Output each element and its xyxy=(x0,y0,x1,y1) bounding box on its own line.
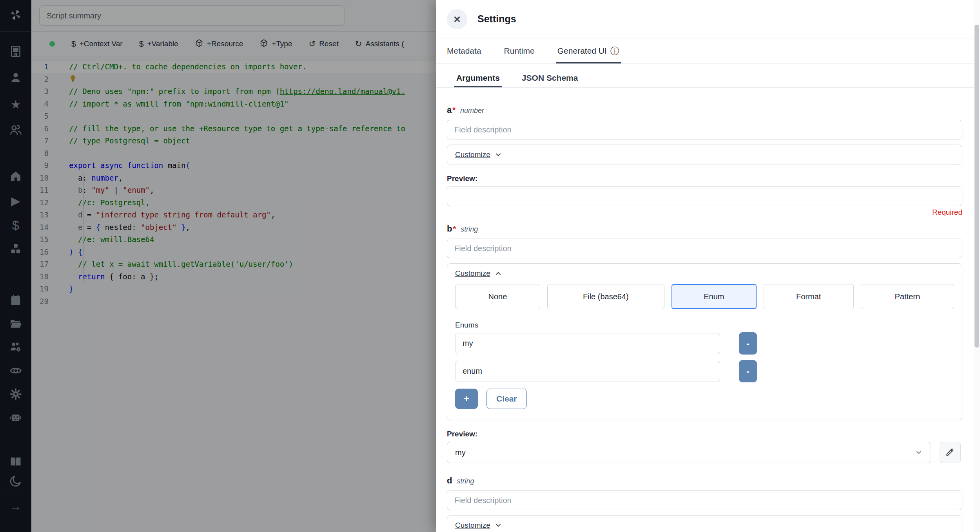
settings-header: × Settings xyxy=(436,0,974,38)
field-b-description-input[interactable] xyxy=(447,239,962,258)
field-d-description-input[interactable] xyxy=(447,490,962,510)
drawer-backdrop[interactable] xyxy=(0,0,436,532)
field-a-required-note: Required xyxy=(447,208,962,217)
remove-enum-button[interactable]: - xyxy=(739,360,757,382)
drawer-scrollbar[interactable] xyxy=(974,0,980,532)
generated-ui-subtabs: Arguments JSON Schema xyxy=(436,69,974,88)
field-name: b xyxy=(447,224,452,234)
chevron-up-icon xyxy=(494,270,502,277)
enums-label: Enums xyxy=(455,321,954,329)
drawer-title: Settings xyxy=(477,13,516,25)
remove-enum-button[interactable]: - xyxy=(739,332,757,355)
enum-actions: + Clear xyxy=(455,389,954,414)
tab-runtime[interactable]: Runtime xyxy=(504,38,535,63)
subtab-label: Arguments xyxy=(456,73,500,83)
chevron-down-icon xyxy=(494,151,502,159)
field-b-customize-box: Customize NoneFile (base64)EnumFormatPat… xyxy=(447,263,962,420)
chevron-down-icon xyxy=(494,521,502,529)
field-d-customize-toggle[interactable]: Customize xyxy=(455,521,502,530)
enum-value-input[interactable] xyxy=(455,361,720,382)
field-b-preview-select[interactable]: my xyxy=(447,442,931,463)
close-icon: × xyxy=(454,13,461,26)
required-marker: * xyxy=(452,106,456,115)
field-a-preview-label: Preview: xyxy=(447,174,962,183)
field-type: string xyxy=(457,477,474,485)
settings-tabs: Metadata Runtime Generated UI ⓘ xyxy=(436,38,974,64)
settings-drawer: × Settings Metadata Runtime Generated UI… xyxy=(436,0,980,532)
tab-label: Metadata xyxy=(447,46,481,56)
close-drawer-button[interactable]: × xyxy=(447,9,467,29)
enum-values-list: -- xyxy=(455,332,954,382)
subtab-arguments[interactable]: Arguments xyxy=(456,69,500,87)
scrollbar-thumb[interactable] xyxy=(975,25,979,347)
settings-drawer-content: × Settings Metadata Runtime Generated UI… xyxy=(436,0,974,532)
field-a-description-input[interactable] xyxy=(447,120,962,139)
edit-preview-button[interactable] xyxy=(940,442,961,463)
string-kind-file-base64-button[interactable]: File (base64) xyxy=(547,284,664,309)
field-a-customize-toggle[interactable]: Customize xyxy=(455,150,502,159)
field-a-customize-box: Customize xyxy=(447,145,962,165)
field-a-label: a* number xyxy=(447,105,962,115)
field-name: a xyxy=(447,105,452,115)
field-b-preview-label: Preview: xyxy=(447,430,962,438)
field-d-label: d string xyxy=(447,476,962,486)
tab-label: Generated UI xyxy=(557,46,607,56)
arguments-form: a* number Customize Preview: Required b*… xyxy=(436,88,974,532)
pencil-icon xyxy=(945,447,955,458)
info-icon[interactable]: ⓘ xyxy=(610,45,619,57)
string-kind-enum-button[interactable]: Enum xyxy=(671,284,757,309)
enum-value-row: - xyxy=(455,360,954,382)
field-d-customize-box: Customize xyxy=(447,515,962,532)
field-type: string xyxy=(461,225,478,233)
customize-label: Customize xyxy=(455,150,490,159)
field-name: d xyxy=(447,476,452,486)
string-kind-pattern-button[interactable]: Pattern xyxy=(861,284,954,309)
string-kind-none-button[interactable]: None xyxy=(455,284,540,309)
field-b-label: b* string xyxy=(447,224,962,234)
clear-enums-button[interactable]: Clear xyxy=(486,389,527,409)
enum-value-row: - xyxy=(455,332,954,355)
tab-generated-ui[interactable]: Generated UI ⓘ xyxy=(557,38,619,63)
field-b-preview-row: my xyxy=(447,442,962,463)
required-marker: * xyxy=(453,224,456,233)
string-kind-format-button[interactable]: Format xyxy=(764,284,854,309)
customize-label: Customize xyxy=(455,521,490,530)
tab-metadata[interactable]: Metadata xyxy=(447,38,481,63)
field-b-customize-toggle[interactable]: Customize xyxy=(455,269,502,278)
field-type: number xyxy=(460,107,484,115)
selected-enum-value: my xyxy=(455,448,466,457)
string-kind-options: NoneFile (base64)EnumFormatPattern xyxy=(455,284,954,309)
field-a-preview-input[interactable] xyxy=(447,186,962,206)
add-enum-button[interactable]: + xyxy=(455,389,478,409)
chevron-down-icon xyxy=(915,449,923,456)
subtab-json-schema[interactable]: JSON Schema xyxy=(522,69,578,87)
tab-label: Runtime xyxy=(504,46,535,56)
subtab-label: JSON Schema xyxy=(522,73,578,83)
customize-label: Customize xyxy=(455,269,490,278)
enum-value-input[interactable] xyxy=(455,333,720,354)
